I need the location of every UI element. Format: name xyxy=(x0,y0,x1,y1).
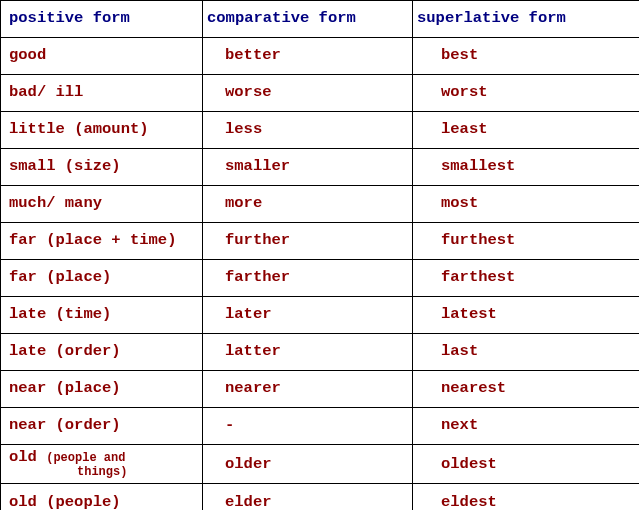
cell-superlative: next xyxy=(413,408,640,445)
cell-comparative: nearer xyxy=(203,371,413,408)
cell-comparative: worse xyxy=(203,75,413,112)
cell-superlative: oldest xyxy=(413,445,640,484)
cell-comparative: smaller xyxy=(203,149,413,186)
table-row: old (people) elder eldest xyxy=(1,484,640,510)
cell-comparative: - xyxy=(203,408,413,445)
cell-superlative: worst xyxy=(413,75,640,112)
header-positive: positive form xyxy=(1,1,203,38)
cell-positive: old (people) xyxy=(1,484,203,510)
cell-comparative: more xyxy=(203,186,413,223)
cell-superlative: latest xyxy=(413,297,640,334)
cell-comparative: elder xyxy=(203,484,413,510)
table-row: bad/ ill worse worst xyxy=(1,75,640,112)
table-row: near (place) nearer nearest xyxy=(1,371,640,408)
cell-comparative: further xyxy=(203,223,413,260)
table-row: far (place) farther farthest xyxy=(1,260,640,297)
cell-positive: late (order) xyxy=(1,334,203,371)
table-row: near (order) - next xyxy=(1,408,640,445)
table-row: small (size) smaller smallest xyxy=(1,149,640,186)
cell-positive: far (place + time) xyxy=(1,223,203,260)
cell-positive: near (order) xyxy=(1,408,203,445)
cell-comparative: better xyxy=(203,38,413,75)
cell-superlative: last xyxy=(413,334,640,371)
table-header-row: positive form comparative form superlati… xyxy=(1,1,640,38)
cell-comparative: farther xyxy=(203,260,413,297)
cell-positive: much/ many xyxy=(1,186,203,223)
table-row: far (place + time) further furthest xyxy=(1,223,640,260)
comparison-table: positive form comparative form superlati… xyxy=(0,0,639,510)
cell-superlative: smallest xyxy=(413,149,640,186)
header-comparative: comparative form xyxy=(203,1,413,38)
cell-positive: far (place) xyxy=(1,260,203,297)
cell-superlative: farthest xyxy=(413,260,640,297)
cell-comparative: older xyxy=(203,445,413,484)
cell-positive: little (amount) xyxy=(1,112,203,149)
table-row: old (people andthings) older oldest xyxy=(1,445,640,484)
cell-superlative: furthest xyxy=(413,223,640,260)
header-superlative: superlative form xyxy=(413,1,640,38)
cell-superlative: nearest xyxy=(413,371,640,408)
table-row: late (time) later latest xyxy=(1,297,640,334)
table-row: late (order) latter last xyxy=(1,334,640,371)
cell-positive: near (place) xyxy=(1,371,203,408)
table-row: little (amount) less least xyxy=(1,112,640,149)
cell-comparative: latter xyxy=(203,334,413,371)
cell-positive: bad/ ill xyxy=(1,75,203,112)
cell-positive: old (people andthings) xyxy=(1,445,203,484)
cell-superlative: eldest xyxy=(413,484,640,510)
cell-superlative: least xyxy=(413,112,640,149)
cell-comparative: less xyxy=(203,112,413,149)
cell-superlative: best xyxy=(413,38,640,75)
cell-positive: small (size) xyxy=(1,149,203,186)
cell-positive: late (time) xyxy=(1,297,203,334)
table-row: much/ many more most xyxy=(1,186,640,223)
cell-comparative: later xyxy=(203,297,413,334)
table-row: good better best xyxy=(1,38,640,75)
cell-positive: good xyxy=(1,38,203,75)
cell-superlative: most xyxy=(413,186,640,223)
